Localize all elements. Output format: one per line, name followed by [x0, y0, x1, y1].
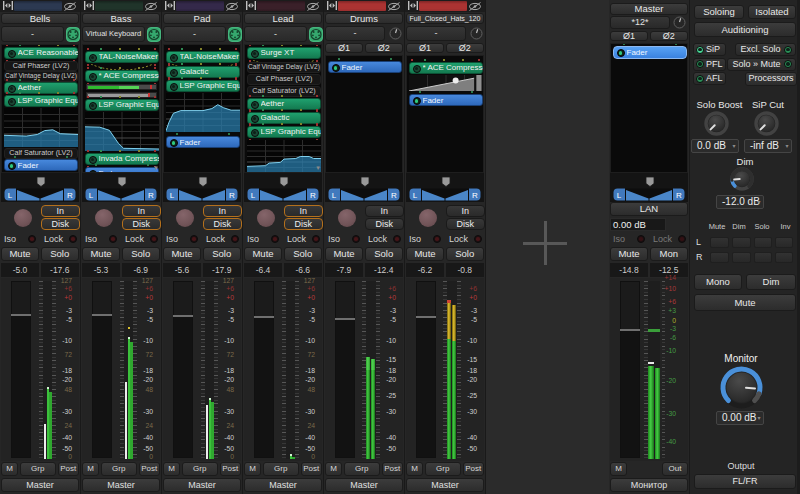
svg-text:R: R — [67, 191, 73, 200]
svg-text:R: R — [229, 191, 235, 200]
svg-text:L: L — [413, 191, 418, 200]
svg-text:R: R — [391, 191, 397, 200]
svg-text:R: R — [472, 191, 478, 200]
svg-text:R: R — [148, 191, 154, 200]
svg-text:L: L — [251, 191, 256, 200]
svg-text:L: L — [89, 191, 94, 200]
svg-text:R: R — [676, 191, 682, 200]
svg-text:L: L — [332, 191, 337, 200]
svg-text:L: L — [170, 191, 175, 200]
svg-text:L: L — [617, 191, 622, 200]
svg-text:R: R — [310, 191, 316, 200]
svg-text:L: L — [8, 191, 13, 200]
